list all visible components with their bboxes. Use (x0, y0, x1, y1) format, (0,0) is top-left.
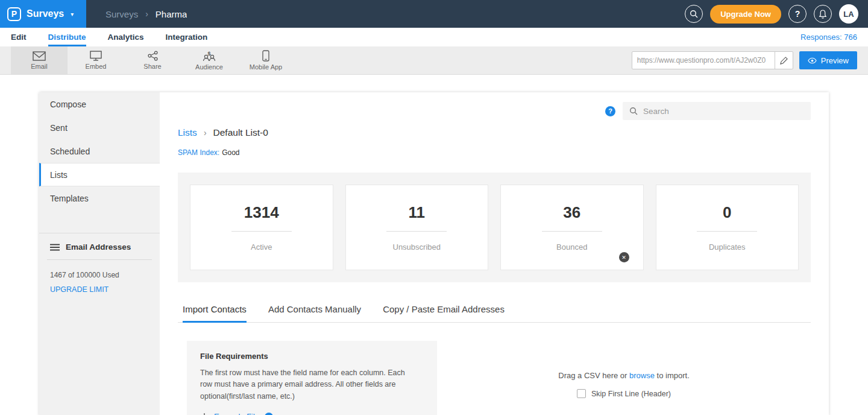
email-addresses-header: Email Addresses (39, 233, 160, 259)
tab-analytics[interactable]: Analytics (108, 28, 144, 46)
spam-index-label: SPAM Index: (178, 148, 219, 157)
example-file-row: Example File ? (200, 412, 424, 415)
stat-value: 0 (723, 203, 731, 222)
topbar: P Surveys ▾ Surveys › Pharma Upgrade Now… (0, 0, 868, 28)
drag-text-post: to import. (655, 371, 690, 380)
download-icon (200, 413, 209, 415)
toolbar-item-mobile-app[interactable]: Mobile App (237, 46, 294, 74)
sidebar-item-scheduled[interactable]: Scheduled (39, 139, 160, 163)
list-icon (50, 244, 60, 251)
breadcrumb-surveys-link[interactable]: Surveys (105, 9, 138, 19)
tab-add-contacts-manually[interactable]: Add Contacts Manually (268, 299, 361, 322)
sidebar-item-compose[interactable]: Compose (39, 92, 160, 116)
divider (386, 231, 447, 232)
responses-count[interactable]: Responses: 766 (800, 33, 857, 42)
toolbar-right: Preview (632, 46, 868, 74)
upgrade-now-button[interactable]: Upgrade Now (710, 5, 781, 24)
embed-icon (90, 51, 102, 61)
stat-label: Duplicates (709, 242, 746, 252)
skip-first-line-label: Skip First Line (Header) (591, 390, 671, 398)
upgrade-limit-link[interactable]: UPGRADE LIMIT (39, 279, 160, 294)
stat-value: 1314 (244, 203, 279, 222)
sidebar-item-lists[interactable]: Lists (39, 163, 160, 186)
product-name: Surveys (27, 8, 64, 19)
svg-text:$: $ (207, 51, 210, 57)
stat-label: Unsubscribed (393, 242, 441, 252)
lists-panel: ? Lists › Default List-0 SPAM Index:Good… (160, 92, 829, 415)
toolbar-item-label: Share (143, 63, 161, 70)
email-icon (33, 51, 46, 61)
toolbar-item-label: Audience (195, 63, 223, 71)
browse-link[interactable]: browse (629, 371, 655, 380)
tab-import-contacts[interactable]: Import Contacts (183, 299, 247, 322)
file-requirements-title: File Requirements (200, 352, 424, 361)
help-icon[interactable]: ? (788, 5, 807, 23)
audience-icon: $ (202, 51, 216, 62)
stat-card-bounced[interactable]: 36 Bounced ✕ (500, 185, 644, 270)
list-stats: 1314 Active 11 Unsubscribed 36 Bounced ✕… (178, 173, 811, 282)
breadcrumb-survey-name: Pharma (156, 9, 187, 19)
file-requirements-text: The first row must have the field name f… (200, 367, 417, 402)
drag-csv-text: Drag a CSV here or browse to import. (558, 371, 690, 380)
preview-button[interactable]: Preview (799, 51, 857, 69)
stat-card-duplicates[interactable]: 0 Duplicates (656, 185, 799, 270)
topbar-actions: Upgrade Now ? LA (685, 4, 868, 24)
tab-integration[interactable]: Integration (166, 28, 208, 46)
content-card: Compose Sent Scheduled Lists Templates E… (39, 92, 829, 415)
toolbar-item-share[interactable]: Share (124, 46, 181, 74)
tab-distribute[interactable]: Distribute (48, 28, 86, 46)
toolbar-item-embed[interactable]: Embed (68, 46, 124, 74)
survey-nav-tabs: Edit Distribute Analytics Integration Re… (0, 28, 868, 46)
lists-link[interactable]: Lists (178, 127, 197, 138)
email-usage-text: 1467 of 100000 Used (39, 260, 160, 279)
current-list-name: Default List-0 (213, 127, 268, 138)
survey-url-field (632, 51, 793, 69)
bell-icon[interactable] (814, 5, 832, 23)
divider (542, 231, 602, 232)
sidebar-item-templates[interactable]: Templates (39, 186, 160, 210)
help-icon-small[interactable]: ? (605, 106, 615, 116)
survey-url-input[interactable] (632, 56, 775, 65)
search-icon (629, 107, 638, 115)
divider (697, 231, 757, 232)
breadcrumb-separator: › (204, 128, 207, 138)
email-addresses-title: Email Addresses (66, 242, 131, 252)
product-switcher[interactable]: P Surveys ▾ (0, 0, 86, 28)
spam-index-value: Good (222, 148, 239, 157)
edit-url-icon[interactable] (775, 52, 793, 69)
toolbar-items: Email Embed Share $ Audience Mobile App (11, 46, 294, 74)
breadcrumb-separator: › (145, 9, 148, 19)
sidebar-item-sent[interactable]: Sent (39, 116, 160, 139)
csv-drop-area[interactable]: Drag a CSV here or browse to import. Ski… (437, 341, 811, 415)
skip-first-line-option[interactable]: Skip First Line (Header) (577, 389, 671, 398)
search-icon[interactable] (685, 5, 703, 23)
tab-copy-paste-email-addresses[interactable]: Copy / Paste Email Addresses (383, 299, 505, 322)
toolbar-item-label: Mobile App (250, 63, 282, 71)
divider (231, 231, 292, 232)
example-file-link[interactable]: Example File (214, 412, 259, 415)
stat-label: Bounced (556, 242, 587, 252)
toolbar-item-label: Email (31, 63, 48, 70)
panel-top: ? (178, 102, 811, 120)
search-input[interactable] (643, 107, 804, 116)
close-icon[interactable]: ✕ (619, 252, 629, 262)
file-requirements-box: File Requirements The first row must hav… (187, 341, 437, 415)
mobile-app-icon (262, 50, 269, 62)
eye-icon (808, 57, 817, 64)
distribute-toolbar: Email Embed Share $ Audience Mobile App (0, 46, 868, 75)
tab-edit[interactable]: Edit (11, 28, 27, 46)
avatar[interactable]: LA (839, 4, 858, 24)
lists-breadcrumb: Lists › Default List-0 (178, 127, 811, 138)
chevron-down-icon: ▾ (71, 11, 74, 17)
toolbar-item-email[interactable]: Email (11, 46, 68, 74)
questionpro-logo-icon: P (7, 7, 21, 21)
toolbar-item-audience[interactable]: $ Audience (181, 46, 237, 74)
skip-first-line-checkbox[interactable] (577, 389, 586, 398)
stat-card-active[interactable]: 1314 Active (190, 185, 333, 270)
stat-value: 11 (409, 203, 426, 222)
spam-index: SPAM Index:Good (178, 148, 811, 157)
help-icon-example-file[interactable]: ? (265, 413, 273, 415)
stat-card-unsubscribed[interactable]: 11 Unsubscribed (345, 185, 489, 270)
search-box (623, 102, 811, 120)
share-icon (148, 51, 158, 61)
